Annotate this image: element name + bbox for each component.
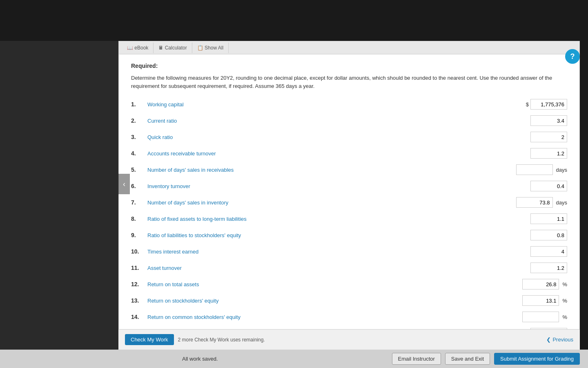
suffix-7: days [556,200,567,206]
answer-input-9[interactable] [530,230,567,240]
question-label-5[interactable]: Number of days' sales in receivables [147,167,516,173]
input-group-2 [530,115,567,126]
question-number-10: 10. [131,248,147,255]
question-label-9[interactable]: Ratio of liabilities to stockholders' eq… [147,232,530,238]
answer-input-8[interactable] [530,213,567,224]
answer-input-7[interactable] [516,197,553,208]
suffix-12: % [562,281,567,287]
question-number-11: 11. [131,265,147,271]
answer-input-11[interactable] [530,263,567,273]
tab-calculator[interactable]: 🖩 Calculator [154,43,192,53]
question-number-5: 5. [131,166,147,173]
question-number-12: 12. [131,281,147,287]
main-container: 📖 eBook 🖩 Calculator 📋 Show All Required… [118,41,580,368]
question-row-6: 6.Inventory turnover [131,180,567,192]
question-number-6: 6. [131,183,147,189]
question-label-3[interactable]: Quick ratio [147,134,530,140]
answer-input-4[interactable] [530,148,567,159]
footer-saved-text: All work saved. [182,356,218,362]
question-row-1: 1.Working capital$ [131,98,567,110]
save-and-exit-button[interactable]: Save and Exit [445,353,490,365]
question-number-13: 13. [131,297,147,304]
suffix-14: % [562,314,567,320]
question-label-11[interactable]: Asset turnover [147,265,530,271]
question-label-10[interactable]: Times interest earned [147,249,530,255]
answer-input-2[interactable] [530,115,567,126]
input-group-12: % [522,279,567,289]
question-row-13: 13.Return on stockholders' equity% [131,294,567,307]
submit-assignment-button[interactable]: Submit Assignment for Grading [494,353,580,365]
email-instructor-button[interactable]: Email Instructor [392,353,441,365]
input-group-9 [530,230,567,240]
input-group-7: days [516,197,567,208]
question-row-4: 4.Accounts receivable turnover [131,147,567,159]
footer-right: Email Instructor Save and Exit Submit As… [392,353,580,365]
question-label-14[interactable]: Return on common stockholders' equity [147,314,522,320]
instructions: Determine the following measures for 20Y… [131,74,567,90]
question-label-4[interactable]: Accounts receivable turnover [147,150,530,157]
question-label-6[interactable]: Inventory turnover [147,183,530,189]
question-row-8: 8.Ratio of fixed assets to long-term lia… [131,213,567,225]
question-row-12: 12.Return on total assets% [131,278,567,290]
suffix-13: % [562,298,567,304]
input-group-6 [530,181,567,191]
check-my-work-button[interactable]: Check My Work [125,334,174,345]
question-number-14: 14. [131,314,147,320]
input-group-11 [530,263,567,273]
question-label-1[interactable]: Working capital [147,101,526,108]
top-bar: 📖 eBook 🖩 Calculator 📋 Show All [119,41,579,54]
required-label: Required: [131,63,567,69]
prefix-1: $ [526,101,529,108]
question-row-2: 2.Current ratio [131,114,567,127]
answer-input-12[interactable] [522,279,559,289]
question-label-2[interactable]: Current ratio [147,118,530,124]
tab-ebook[interactable]: 📖 eBook [122,43,154,53]
left-sidebar [0,41,118,350]
question-number-7: 7. [131,199,147,206]
answer-input-3[interactable] [530,132,567,142]
input-group-4 [530,148,567,159]
content-area: Required: Determine the following measur… [119,54,579,332]
answer-input-5[interactable] [516,164,553,175]
input-group-14: % [522,312,567,322]
question-label-13[interactable]: Return on stockholders' equity [147,298,522,304]
input-group-1: $ [526,99,567,110]
question-row-5: 5.Number of days' sales in receivablesda… [131,164,567,176]
question-number-1: 1. [131,101,147,108]
answer-input-10[interactable] [530,246,567,257]
footer-bar: All work saved. Email Instructor Save an… [0,350,588,368]
bottom-bar: Check My Work 2 more Check My Work uses … [118,329,580,350]
question-label-7[interactable]: Number of days' sales in inventory [147,200,516,206]
question-row-3: 3.Quick ratio [131,131,567,143]
input-group-8 [530,213,567,224]
answer-input-1[interactable] [530,99,567,110]
previous-button[interactable]: ❮ Previous [546,337,573,343]
previous-label: Previous [552,337,573,343]
question-number-2: 2. [131,117,147,124]
question-label-8[interactable]: Ratio of fixed assets to long-term liabi… [147,216,530,222]
question-number-8: 8. [131,215,147,222]
question-number-4: 4. [131,150,147,157]
tab-show-all[interactable]: 📋 Show All [192,43,229,53]
question-label-12[interactable]: Return on total assets [147,281,522,287]
input-group-5: days [516,164,567,175]
bottom-left: Check My Work 2 more Check My Work uses … [125,334,265,345]
answer-input-6[interactable] [530,181,567,191]
input-group-10 [530,246,567,257]
answer-input-14[interactable] [522,312,559,322]
input-group-13: % [522,295,567,306]
question-row-14: 14.Return on common stockholders' equity… [131,311,567,323]
input-group-3 [530,132,567,142]
answer-input-13[interactable] [522,295,559,306]
suffix-5: days [556,167,567,173]
question-row-9: 9.Ratio of liabilities to stockholders' … [131,229,567,241]
check-my-work-info: 2 more Check My Work uses remaining. [178,337,265,343]
question-number-9: 9. [131,232,147,238]
help-button[interactable]: ? [565,49,580,64]
chevron-left-icon: ❮ [546,337,551,343]
question-row-7: 7.Number of days' sales in inventorydays [131,196,567,209]
top-black-bar [0,0,588,41]
question-row-11: 11.Asset turnover [131,262,567,274]
nav-arrow-left[interactable]: ‹ [118,174,130,194]
questions-container: 1.Working capital$2.Current ratio3.Quick… [131,98,567,332]
